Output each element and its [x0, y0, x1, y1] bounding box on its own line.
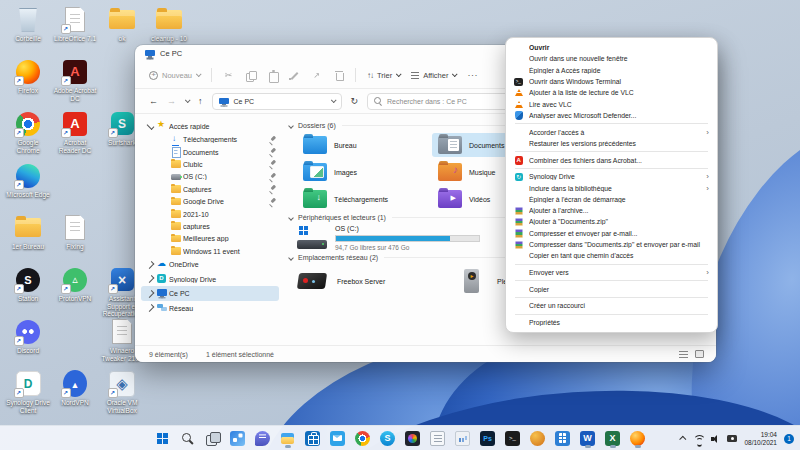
sidebar-item[interactable]: Meilleures app: [141, 233, 279, 245]
sidebar-item[interactable]: Synology Drive: [141, 272, 279, 287]
context-menu-item[interactable]: ›: [515, 280, 708, 281]
refresh-button[interactable]: ↻: [351, 96, 359, 106]
context-menu-item[interactable]: ›: [515, 168, 708, 169]
delete-button[interactable]: [333, 70, 344, 81]
taskbar-icon[interactable]: [554, 429, 572, 448]
context-menu-item[interactable]: Combiner des fichiers dans Acrobat... ›: [506, 154, 717, 165]
context-menu-item[interactable]: Envoyer vers ›: [506, 267, 717, 278]
clock[interactable]: 19:04 08/10/2021: [744, 431, 777, 447]
camera-icon[interactable]: [727, 435, 737, 442]
taskbar-icon[interactable]: [529, 429, 547, 448]
paste-button[interactable]: [267, 70, 278, 81]
expand-chevron-icon[interactable]: [147, 275, 155, 283]
more-button[interactable]: ···: [467, 70, 478, 80]
desktop-icon[interactable]: Google Chrome: [6, 110, 50, 154]
taskbar-icon[interactable]: [229, 429, 247, 448]
desktop-icon[interactable]: Synology Drive Client: [6, 370, 50, 414]
breadcrumb[interactable]: Ce PC: [212, 93, 342, 110]
thumbnail-view-toggle-icon[interactable]: [695, 350, 704, 358]
taskbar-icon[interactable]: [454, 429, 472, 448]
collapse-chevron-icon[interactable]: [288, 255, 294, 261]
expand-chevron-icon[interactable]: [147, 304, 155, 312]
context-menu-item[interactable]: ›: [515, 151, 708, 152]
sidebar-item[interactable]: Google Drive: [141, 195, 279, 207]
taskbar-icon[interactable]: [254, 429, 272, 448]
taskbar-icon[interactable]: [429, 429, 447, 448]
sort-button[interactable]: ↑↓ Trier: [367, 71, 400, 80]
sidebar-item[interactable]: Accès rapide: [141, 119, 279, 134]
taskbar-icon[interactable]: [479, 429, 497, 448]
sidebar-item[interactable]: Téléchargements: [141, 134, 279, 146]
desktop-icon[interactable]: Acrobat Reader DC: [53, 110, 97, 154]
sidebar-item[interactable]: Captures: [141, 183, 279, 195]
taskbar-icon[interactable]: [504, 429, 522, 448]
taskbar-icon[interactable]: [629, 429, 647, 448]
context-menu-item[interactable]: Synology Drive ›: [506, 171, 717, 182]
history-chevron-icon[interactable]: [185, 97, 191, 103]
sidebar-item[interactable]: Windows 11 event: [141, 245, 279, 257]
folder-tile[interactable]: Bureau: [297, 133, 429, 157]
desktop-icon[interactable]: cleanup - 10: [147, 6, 191, 43]
taskbar-icon[interactable]: [379, 429, 397, 448]
expand-chevron-icon[interactable]: [147, 122, 155, 130]
sidebar-item[interactable]: captures: [141, 220, 279, 232]
desktop-icon[interactable]: Discord: [6, 318, 50, 355]
collapse-chevron-icon[interactable]: [288, 215, 294, 221]
taskbar-icon[interactable]: [354, 429, 372, 448]
sidebar-item[interactable]: Clubic: [141, 158, 279, 170]
tray-overflow-chevron-icon[interactable]: [680, 436, 687, 443]
context-menu-item[interactable]: Ajouter à la liste de lecture de VLC ›: [506, 87, 717, 98]
context-menu-item[interactable]: Compresser dans "Documents.zip" et envoy…: [506, 239, 717, 250]
context-menu-item[interactable]: Accorder l'accès à ›: [506, 126, 717, 137]
context-menu-item[interactable]: Inclure dans la bibliothèque ›: [506, 182, 717, 193]
context-menu-item[interactable]: Propriétés ›: [506, 317, 717, 328]
context-menu-item[interactable]: Ouvrir dans une nouvelle fenêtre ›: [506, 53, 717, 64]
context-menu-item[interactable]: Analyser avec Microsoft Defender... ›: [506, 110, 717, 121]
context-menu-item[interactable]: ›: [515, 297, 708, 298]
folder-tile[interactable]: Téléchargements: [297, 187, 429, 211]
context-menu-item[interactable]: Créer un raccourci ›: [506, 300, 717, 311]
copy-button[interactable]: [245, 70, 256, 81]
notification-badge[interactable]: 1: [784, 434, 794, 444]
desktop-icon[interactable]: Corbeille: [6, 6, 50, 43]
cut-button[interactable]: [223, 70, 234, 81]
forward-button[interactable]: →: [167, 96, 176, 106]
sidebar-item[interactable]: OneDrive: [141, 257, 279, 272]
sidebar-item[interactable]: Réseau: [141, 301, 279, 316]
breadcrumb-location[interactable]: Ce PC: [234, 98, 255, 105]
sidebar-item[interactable]: Documents: [141, 146, 279, 158]
share-button[interactable]: [311, 70, 322, 81]
context-menu-item[interactable]: Compresser et envoyer par e-mail... ›: [506, 228, 717, 239]
taskbar-icon[interactable]: [579, 429, 597, 448]
chevron-down-icon[interactable]: [330, 97, 336, 103]
taskbar-icon[interactable]: [279, 429, 297, 448]
taskbar-icon[interactable]: [329, 429, 347, 448]
taskbar-icon[interactable]: [404, 429, 422, 448]
context-menu-item[interactable]: Épingler à l'écran de démarrage ›: [506, 194, 717, 205]
desktop-icon[interactable]: Station: [6, 266, 50, 303]
taskbar-icon[interactable]: [604, 429, 622, 448]
view-button[interactable]: Afficher: [411, 71, 456, 80]
desktop-icon[interactable]: Firefox: [6, 58, 50, 95]
sidebar-item[interactable]: 2021-10: [141, 208, 279, 220]
collapse-chevron-icon[interactable]: [288, 123, 294, 129]
wifi-icon[interactable]: [693, 434, 704, 444]
desktop-icon[interactable]: 1er Bureau: [6, 214, 50, 251]
taskbar-icon[interactable]: [179, 429, 197, 448]
context-menu-item[interactable]: Lire avec VLC ›: [506, 98, 717, 109]
context-menu-item[interactable]: Ajouter à l'archive... ›: [506, 205, 717, 216]
context-menu-item[interactable]: Épingler à Accès rapide ›: [506, 65, 717, 76]
context-menu-item[interactable]: Restaurer les versions précédentes ›: [506, 138, 717, 149]
context-menu-item[interactable]: Copier en tant que chemin d'accès ›: [506, 250, 717, 261]
desktop-icon[interactable]: ok: [100, 6, 144, 43]
context-menu-item[interactable]: Copier ›: [506, 284, 717, 295]
context-menu-item[interactable]: Ouvrir dans Windows Terminal ›: [506, 76, 717, 87]
desktop-icon[interactable]: NordVPN: [53, 370, 97, 407]
sidebar-item[interactable]: OS (C:): [141, 171, 279, 183]
volume-icon[interactable]: [711, 434, 720, 443]
desktop-icon[interactable]: Microsoft Edge: [6, 162, 50, 199]
taskbar-icon[interactable]: [204, 429, 222, 448]
context-menu-item[interactable]: Ajouter à "Documents.zip" ›: [506, 216, 717, 227]
taskbar-icon[interactable]: [304, 429, 322, 448]
context-menu-item[interactable]: ›: [515, 314, 708, 315]
